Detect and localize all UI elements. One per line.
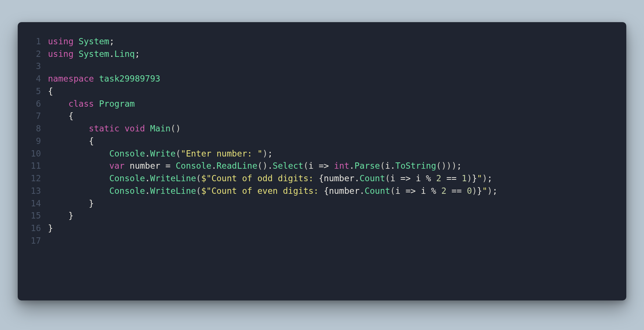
code-line: 16} <box>27 222 498 235</box>
token-punct: ; <box>109 37 114 46</box>
token-id <box>48 149 109 158</box>
token-paren: ) <box>487 186 492 196</box>
token-punct: ; <box>135 49 140 59</box>
token-id: i <box>308 161 319 171</box>
token-type: Count <box>360 173 385 183</box>
token-punct: . <box>267 161 273 171</box>
token-paren: () <box>170 124 181 133</box>
token-punct: . <box>360 186 365 196</box>
code-content <box>48 60 498 73</box>
code-content: { <box>48 110 498 123</box>
token-punct: => <box>319 161 334 171</box>
code-content: Console.WriteLine($"Count of odd digits:… <box>48 172 498 185</box>
token-punct: . <box>349 161 354 171</box>
line-number: 1 <box>27 35 48 48</box>
token-punct: } <box>472 173 477 183</box>
token-punct: . <box>390 161 395 171</box>
token-paren: () <box>257 161 268 171</box>
token-punct: . <box>211 161 217 171</box>
token-punct: ; <box>457 161 462 171</box>
code-line: 1using System; <box>27 35 498 48</box>
token-punct: == <box>451 186 467 196</box>
token-type: ToString <box>395 161 436 171</box>
code-line: 5{ <box>27 85 498 98</box>
token-type: Console <box>109 186 145 196</box>
code-listing: 1using System;2using System.Linq;34names… <box>27 35 498 247</box>
token-type: Parse <box>354 161 380 171</box>
token-type: Select <box>273 161 303 171</box>
token-type: task29989793 <box>99 74 160 83</box>
token-id: i <box>416 173 426 183</box>
code-content: using System.Linq; <box>48 48 498 61</box>
token-kw: using <box>48 49 79 59</box>
token-id: number <box>324 173 354 183</box>
token-punct: . <box>145 149 150 158</box>
line-number: 13 <box>27 185 48 197</box>
token-type: System <box>79 49 109 59</box>
token-paren: ) <box>451 161 457 171</box>
token-kw: int <box>334 161 350 171</box>
token-num: 2 <box>441 186 451 196</box>
line-number: 4 <box>27 73 48 85</box>
token-paren: ) <box>263 149 268 158</box>
token-kw: static <box>89 124 125 133</box>
token-punct: % <box>431 186 442 196</box>
token-id: i <box>421 186 431 196</box>
code-line: 12 Console.WriteLine($"Count of odd digi… <box>27 172 498 185</box>
code-content: } <box>48 222 498 235</box>
code-content: Console.WriteLine($"Count of even digits… <box>48 185 498 197</box>
token-kw: class <box>68 99 99 109</box>
token-id <box>48 99 68 109</box>
token-type: Console <box>176 161 211 171</box>
line-number: 6 <box>27 98 48 110</box>
token-type: Count <box>365 186 390 196</box>
token-punct: { <box>324 186 329 196</box>
token-paren: ( <box>176 149 181 158</box>
token-punct: { <box>48 111 73 121</box>
token-punct: % <box>426 173 436 183</box>
token-kw: namespace <box>48 74 99 83</box>
code-line: 14 } <box>27 197 498 210</box>
token-paren: ) <box>467 173 472 183</box>
token-punct: . <box>145 186 150 196</box>
token-str: " <box>477 173 482 183</box>
token-type: WriteLine <box>150 173 196 183</box>
token-type: Program <box>99 99 135 109</box>
token-id: i <box>385 161 390 171</box>
code-line: 15 } <box>27 210 498 222</box>
token-punct: => <box>405 186 421 196</box>
token-id: i <box>395 186 406 196</box>
code-content: { <box>48 85 498 98</box>
code-content: static void Main() <box>48 123 498 135</box>
code-line: 9 { <box>27 135 498 148</box>
token-punct: } <box>48 223 53 233</box>
token-paren: ( <box>196 173 201 183</box>
token-punct: { <box>48 136 94 146</box>
code-line: 3 <box>27 60 498 73</box>
token-num: 0 <box>467 186 472 196</box>
token-id: number <box>329 186 360 196</box>
token-punct: ; <box>492 186 498 196</box>
line-number: 2 <box>27 48 48 61</box>
token-paren: ( <box>390 186 395 196</box>
token-punct: == <box>446 173 462 183</box>
token-type: WriteLine <box>150 186 196 196</box>
token-kw: var <box>109 161 129 171</box>
code-line: 11 var number = Console.ReadLine().Selec… <box>27 160 498 172</box>
token-id <box>48 173 109 183</box>
line-number: 12 <box>27 172 48 185</box>
token-punct: ; <box>487 173 492 183</box>
line-number: 9 <box>27 135 48 148</box>
token-type: Console <box>109 173 145 183</box>
line-number: 11 <box>27 160 48 172</box>
token-paren: () <box>436 161 447 171</box>
token-paren: ( <box>380 161 385 171</box>
token-paren: ( <box>196 186 201 196</box>
token-punct: ; <box>268 149 273 158</box>
line-number: 7 <box>27 110 48 123</box>
code-content: var number = Console.ReadLine().Select(i… <box>48 160 498 172</box>
code-line: 13 Console.WriteLine($"Count of even dig… <box>27 185 498 197</box>
token-type: Write <box>150 149 176 158</box>
line-number: 8 <box>27 123 48 135</box>
token-kw: void <box>125 124 150 133</box>
